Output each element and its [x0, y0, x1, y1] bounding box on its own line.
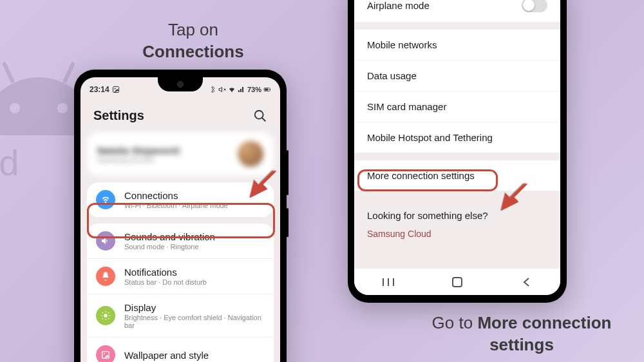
phone-frame-right: Airplane mode Mobile networks Data usage…	[348, 0, 567, 303]
bluetooth-icon	[209, 86, 216, 93]
settings-group-main: Sounds and vibration Sound mode · Ringto…	[87, 224, 274, 362]
settings-item-wallpaper[interactable]: Wallpaper and style	[87, 337, 274, 362]
wifi-icon	[228, 86, 236, 93]
account-name: Nataša Stojanović	[97, 145, 238, 156]
airplane-toggle[interactable]	[522, 0, 547, 12]
notch	[158, 77, 203, 91]
caption-right: Go to More connection settings	[431, 312, 612, 356]
wallpaper-icon	[96, 345, 115, 362]
row-label: Airplane mode	[367, 0, 430, 11]
avatar	[238, 141, 263, 167]
settings-item-display[interactable]: Display Brightness · Eye comfort shield …	[87, 294, 274, 337]
svg-rect-4	[270, 89, 270, 90]
item-sub: Status bar · Do not disturb	[124, 278, 265, 286]
item-title: Notifications	[124, 267, 265, 278]
link-samsung-cloud[interactable]: Samsung Cloud	[354, 225, 560, 243]
item-title: Display	[124, 302, 265, 313]
caption-right-line1: Go to	[432, 313, 478, 332]
status-battery: 73%	[247, 86, 261, 93]
svg-rect-13	[453, 278, 462, 287]
row-sim-manager[interactable]: SIM card manager	[354, 91, 560, 122]
item-title: Sounds and vibration	[124, 231, 265, 242]
sound-icon	[96, 231, 115, 251]
row-hotspot[interactable]: Mobile Hotspot and Tethering	[354, 122, 560, 153]
wifi-icon	[96, 190, 115, 209]
row-label: Mobile Hotspot and Tethering	[367, 132, 493, 143]
arrow-pointer-right	[489, 177, 535, 222]
caption-left-line1: Tap on	[168, 20, 218, 39]
row-airplane-mode[interactable]: Airplane mode	[354, 0, 560, 22]
caption-left-line2: Connections	[142, 42, 243, 61]
item-title: Wallpaper and style	[124, 350, 265, 361]
item-sub: Sound mode · Ringtone	[124, 243, 265, 251]
svg-point-5	[255, 110, 263, 119]
nav-back[interactable]	[518, 274, 534, 290]
arrow-pointer-left	[238, 164, 283, 209]
row-mobile-networks[interactable]: Mobile networks	[354, 30, 560, 60]
row-label: Mobile networks	[367, 39, 437, 50]
item-sub: Brightness · Eye comfort shield · Naviga…	[124, 314, 265, 329]
account-sub: Samsung account	[97, 156, 238, 164]
search-icon	[253, 109, 267, 123]
phone-frame-left: 23:14 73% Settings Nataša Stojanović Sam…	[74, 70, 287, 362]
sun-icon	[96, 306, 115, 325]
screen-left: 23:14 73% Settings Nataša Stojanović Sam…	[80, 77, 280, 362]
mute-icon	[218, 86, 226, 93]
row-label: More connection settings	[367, 170, 475, 181]
signal-icon	[238, 86, 245, 93]
settings-item-sounds[interactable]: Sounds and vibration Sound mode · Ringto…	[87, 224, 274, 258]
row-label: Data usage	[367, 70, 417, 81]
settings-header: Settings	[80, 97, 280, 132]
nav-home[interactable]	[450, 274, 465, 290]
svg-line-6	[262, 117, 266, 121]
row-data-usage[interactable]: Data usage	[354, 60, 560, 91]
search-button[interactable]	[253, 109, 267, 123]
battery-icon	[263, 86, 271, 93]
status-time: 23:14	[90, 85, 109, 94]
svg-point-1	[114, 88, 115, 90]
page-title: Settings	[93, 108, 144, 123]
caption-left: Tap on Connections	[122, 19, 264, 63]
image-icon	[112, 86, 120, 93]
screen-right: Airplane mode Mobile networks Data usage…	[354, 0, 560, 295]
row-label: SIM card manager	[367, 101, 446, 112]
svg-point-9	[104, 353, 105, 354]
nav-bar	[354, 268, 560, 295]
settings-item-notifications[interactable]: Notifications Status bar · Do not distur…	[87, 258, 274, 294]
svg-point-7	[104, 314, 107, 317]
caption-right-line2: More connection settings	[477, 313, 611, 354]
nav-recents[interactable]	[381, 274, 396, 290]
bell-icon	[96, 267, 115, 286]
svg-rect-3	[265, 89, 269, 91]
